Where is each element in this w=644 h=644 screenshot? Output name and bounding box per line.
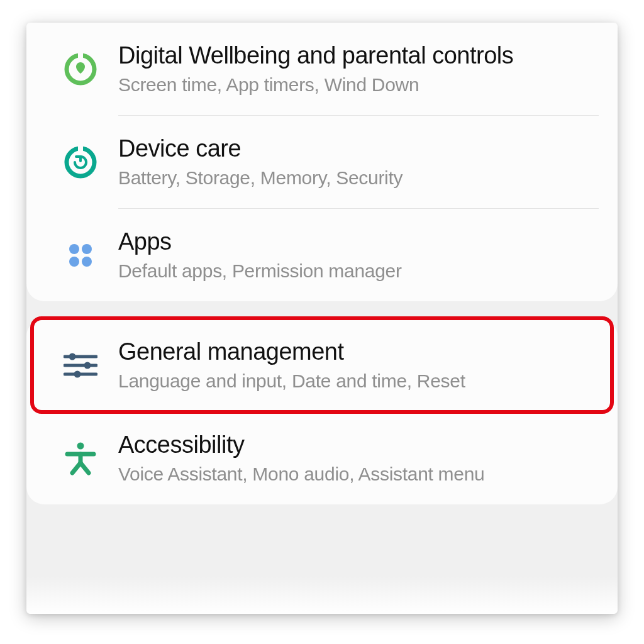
svg-point-13 [74,370,81,377]
settings-item-subtitle: Voice Assistant, Mono audio, Assistant m… [118,462,599,486]
settings-item-title: Digital Wellbeing and parental controls [118,42,599,70]
settings-item-subtitle: Language and input, Date and time, Reset [118,369,599,393]
group-gap [26,301,618,319]
settings-item-subtitle: Battery, Storage, Memory, Security [118,166,599,190]
settings-viewport: Digital Wellbeing and parental controls … [26,23,618,614]
svg-point-12 [84,362,91,369]
sliders-icon [43,352,118,379]
settings-item-text: Device care Battery, Storage, Memory, Se… [118,135,599,189]
settings-item-text: General management Language and input, D… [118,338,599,392]
settings-item-device-care[interactable]: Device care Battery, Storage, Memory, Se… [26,116,618,208]
settings-group: Digital Wellbeing and parental controls … [26,23,618,301]
settings-item-text: Apps Default apps, Permission manager [118,228,599,282]
svg-point-11 [69,353,76,360]
svg-point-6 [69,257,79,267]
settings-item-general-management[interactable]: General management Language and input, D… [26,319,618,411]
settings-item-accessibility[interactable]: Accessibility Voice Assistant, Mono audi… [26,412,618,504]
four-dots-icon [43,241,118,270]
settings-item-subtitle: Default apps, Permission manager [118,259,599,283]
settings-item-digital-wellbeing[interactable]: Digital Wellbeing and parental controls … [26,23,618,115]
svg-point-14 [77,442,84,449]
svg-point-7 [82,257,92,267]
settings-group: General management Language and input, D… [26,319,618,504]
settings-item-subtitle: Screen time, App timers, Wind Down [118,73,599,97]
settings-item-text: Accessibility Voice Assistant, Mono audi… [118,431,599,486]
svg-rect-3 [78,146,83,152]
svg-rect-1 [78,53,83,59]
heart-circle-icon [43,53,118,86]
refresh-circle-icon [43,146,118,179]
bottom-fade [26,576,618,614]
svg-point-5 [82,244,92,254]
settings-item-title: General management [118,338,599,367]
settings-item-title: Device care [118,135,599,164]
person-icon [43,441,118,475]
settings-item-title: Apps [118,228,599,257]
settings-item-text: Digital Wellbeing and parental controls … [118,42,599,96]
settings-item-apps[interactable]: Apps Default apps, Permission manager [26,209,618,301]
svg-point-4 [69,244,79,254]
settings-item-title: Accessibility [118,431,599,460]
